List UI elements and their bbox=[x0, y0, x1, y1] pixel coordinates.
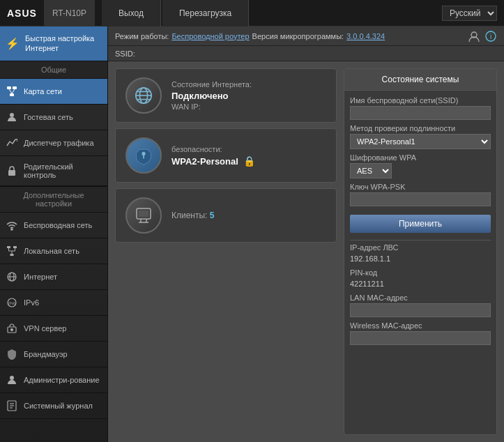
wan-ip-label: WAN IP: bbox=[171, 102, 326, 111]
svg-rect-41 bbox=[139, 211, 148, 217]
sidebar-item-vpn[interactable]: VPN сервер bbox=[0, 316, 107, 342]
security-icon-circle bbox=[125, 137, 162, 174]
ip-label: IP-адрес ЛВС bbox=[350, 243, 491, 252]
language-select[interactable]: Русский bbox=[442, 6, 497, 21]
internet-label: Интернет bbox=[24, 273, 57, 281]
svg-rect-0 bbox=[7, 86, 11, 89]
sidebar-item-network-map[interactable]: Карта сети bbox=[0, 79, 107, 105]
svg-point-21 bbox=[11, 328, 13, 330]
system-status-panel: Состояние системы Имя беспроводной сети(… bbox=[344, 68, 497, 435]
ssid-input[interactable] bbox=[350, 106, 491, 120]
ssid-field: Имя беспроводной сети(SSID) bbox=[350, 96, 491, 120]
main-layout: ⚡ Быстрая настройка Интернет Общие Карта… bbox=[0, 26, 504, 442]
svg-text:i: i bbox=[490, 33, 491, 40]
wireless-label: Беспроводная сеть bbox=[24, 221, 92, 229]
sidebar-item-admin[interactable]: Администри-рование bbox=[0, 367, 107, 393]
wpa-enc-row: AES bbox=[350, 163, 491, 178]
svg-point-7 bbox=[11, 229, 13, 230]
sidebar: ⚡ Быстрая настройка Интернет Общие Карта… bbox=[0, 26, 108, 442]
content-body: Состояние Интернета: Подключено WAN IP: bbox=[108, 61, 504, 442]
lan-mac-input[interactable] bbox=[350, 303, 491, 317]
lan-mac-label: LAN MAC-адрес bbox=[350, 294, 491, 302]
top-nav: Выход Перезагрузка bbox=[102, 0, 442, 26]
security-label: безопасности: bbox=[171, 145, 326, 153]
system-status-title: Состояние системы bbox=[344, 69, 496, 91]
sidebar-quick-setup[interactable]: ⚡ Быстрая настройка Интернет bbox=[0, 26, 107, 61]
sidebar-item-lan[interactable]: Локальная сеть bbox=[0, 238, 107, 264]
logout-button[interactable]: Выход bbox=[102, 0, 161, 26]
sidebar-item-parental-control[interactable]: Родительский контроль bbox=[0, 156, 107, 186]
lan-icon bbox=[6, 245, 18, 257]
svg-rect-8 bbox=[7, 246, 10, 248]
wpa-enc-label: Шифрование WPA bbox=[350, 153, 491, 162]
svg-point-5 bbox=[10, 113, 14, 117]
ssid-bar: SSID: bbox=[108, 46, 504, 61]
sidebar-item-ipv6[interactable]: IPv6 IPv6 bbox=[0, 290, 107, 316]
sidebar-item-traffic-manager[interactable]: Диспетчер трафика bbox=[0, 130, 107, 156]
mode-label: Режим работы: bbox=[115, 32, 169, 40]
auth-field-label: Метод проверки подлинности bbox=[350, 124, 491, 132]
sidebar-item-guest-network[interactable]: Гостевая сеть bbox=[0, 105, 107, 130]
clients-icon-circle bbox=[125, 197, 162, 234]
guest-network-icon bbox=[6, 111, 18, 123]
clients-card-info: Клиенты: 5 bbox=[171, 211, 326, 220]
asus-logo-text: ASUS bbox=[7, 8, 37, 19]
asus-logo: ASUS bbox=[0, 8, 44, 19]
router-model: RT-N10P bbox=[44, 0, 95, 26]
traffic-manager-icon bbox=[6, 137, 18, 149]
info-icon: i bbox=[484, 30, 497, 43]
svg-rect-2 bbox=[10, 93, 14, 96]
svg-rect-9 bbox=[13, 246, 17, 248]
ipv6-icon: IPv6 bbox=[6, 296, 18, 309]
ipv6-label: IPv6 bbox=[24, 298, 39, 307]
ssid-field-label: Имя беспроводной сети(SSID) bbox=[350, 96, 491, 105]
internet-icon bbox=[6, 270, 18, 283]
svg-rect-6 bbox=[8, 170, 15, 176]
psk-input[interactable] bbox=[350, 192, 491, 206]
ip-field: IP-адрес ЛВС 192.168.1.1 bbox=[350, 243, 491, 264]
wpa-enc-select[interactable]: AES bbox=[350, 163, 392, 178]
clients-count: 5 bbox=[210, 211, 215, 220]
clients-card: Клиенты: 5 bbox=[115, 188, 337, 243]
internet-card: Состояние Интернета: Подключено WAN IP: bbox=[115, 68, 337, 123]
wlan-mac-input[interactable] bbox=[350, 331, 491, 345]
parental-control-label: Родительский контроль bbox=[24, 162, 102, 179]
svg-line-4 bbox=[12, 89, 15, 93]
section-advanced: Дополнительные настройки bbox=[0, 186, 107, 213]
auth-select[interactable]: WPA2-Personal1 bbox=[350, 134, 491, 149]
sidebar-item-firewall[interactable]: Брандмауэр bbox=[0, 342, 107, 367]
apply-button[interactable]: Применить bbox=[350, 215, 491, 233]
svg-point-22 bbox=[10, 376, 14, 380]
internet-icon-circle bbox=[125, 77, 162, 114]
sidebar-item-wireless[interactable]: Беспроводная сеть bbox=[0, 213, 107, 238]
lan-label: Локальная сеть bbox=[24, 247, 79, 255]
parental-control-icon bbox=[6, 165, 18, 177]
wireless-icon bbox=[6, 219, 18, 231]
sidebar-item-internet[interactable]: Интернет bbox=[0, 264, 107, 290]
content-area: Режим работы: Беспроводной роутер Версия… bbox=[108, 26, 504, 442]
user-icon bbox=[468, 30, 480, 43]
firewall-label: Брандмауэр bbox=[24, 350, 68, 358]
lan-mac-field: LAN MAC-адрес bbox=[350, 294, 491, 317]
auth-field: Метод проверки подлинности WPA2-Personal… bbox=[350, 124, 491, 149]
reboot-button[interactable]: Перезагрузка bbox=[162, 0, 249, 26]
sidebar-item-syslog[interactable]: Системный журнал bbox=[0, 393, 107, 419]
firmware-value[interactable]: 3.0.0.4.324 bbox=[346, 32, 385, 40]
internet-card-info: Состояние Интернета: Подключено WAN IP: bbox=[171, 80, 326, 111]
sidebar-header-label: Быстрая настройка Интернет bbox=[25, 33, 102, 54]
psk-field: Ключ WPA-PSK bbox=[350, 183, 491, 206]
svg-rect-10 bbox=[10, 254, 14, 256]
network-map-label: Карта сети bbox=[24, 87, 62, 96]
mode-value[interactable]: Беспроводной роутер bbox=[171, 32, 249, 40]
top-bar: ASUS RT-N10P Выход Перезагрузка Русский bbox=[0, 0, 504, 26]
pin-label: PIN-код bbox=[350, 268, 491, 277]
quick-setup-icon: ⚡ bbox=[6, 37, 20, 50]
syslog-label: Системный журнал bbox=[24, 402, 93, 410]
vpn-label: VPN сервер bbox=[24, 324, 66, 333]
ip-value: 192.168.1.1 bbox=[350, 253, 491, 264]
admin-label: Администри-рование bbox=[24, 376, 100, 384]
security-card: безопасности: WPA2-Personal 🔒 bbox=[115, 128, 337, 183]
auth-row: WPA2-Personal1 bbox=[350, 134, 491, 149]
section-general: Общие bbox=[0, 61, 107, 79]
vpn-icon bbox=[6, 322, 18, 335]
